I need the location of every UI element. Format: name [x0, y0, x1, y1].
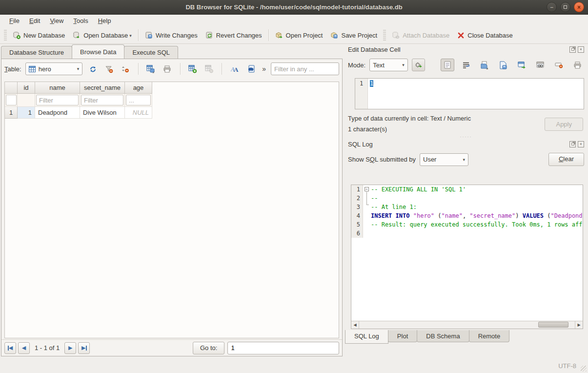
export-file-icon[interactable] [496, 59, 510, 71]
save-project-button[interactable]: Save Project [326, 29, 381, 41]
cell-editor[interactable]: 1 1 [355, 78, 584, 109]
log-line: 6 [351, 229, 583, 238]
title-bar: DB Browser for SQLite - /home/user/code/… [0, 0, 588, 15]
clear-log-button[interactable]: Clear [548, 153, 584, 166]
next-page-button[interactable]: ▶ [64, 342, 76, 354]
cell-id[interactable]: 1 [18, 107, 35, 119]
cell-age[interactable]: NULL [125, 107, 152, 119]
toolbar-separator [138, 63, 139, 75]
link-icon[interactable] [533, 59, 547, 71]
apply-format-button[interactable] [412, 59, 425, 71]
tab-database-structure[interactable]: Database Structure [1, 46, 72, 59]
right-dock: Edit Database Cell × Mode: Text ▾ 1 1 Ty [344, 44, 588, 358]
row-number[interactable]: 1 [5, 107, 18, 119]
corner-header[interactable] [5, 82, 18, 94]
print-button[interactable] [161, 62, 173, 75]
maximize-button[interactable] [560, 2, 570, 12]
menu-tools[interactable]: Tools [69, 16, 92, 26]
new-database-icon [13, 31, 20, 39]
column-header-name[interactable]: name [35, 82, 80, 94]
dock-splitter-handle[interactable]: ····· [344, 135, 588, 139]
menu-file[interactable]: File [5, 16, 24, 26]
menu-view[interactable]: View [45, 16, 68, 26]
print-cell-icon[interactable] [570, 59, 584, 71]
tab-execute-sql[interactable]: Execute SQL [124, 46, 178, 59]
column-header-secret-name[interactable]: secret_name [80, 82, 125, 94]
save-results-button[interactable] [145, 62, 157, 75]
close-database-label: Close Database [467, 32, 513, 39]
filter-input-age[interactable] [126, 95, 151, 105]
toolbar-drag-handle[interactable] [383, 30, 386, 41]
tab-remote[interactable]: Remote [469, 330, 510, 342]
scrollbar-track[interactable] [359, 321, 575, 329]
sql-log-view[interactable]: 1 − -- EXECUTING ALL IN 'SQL 1' 2 -- 3 -… [351, 185, 583, 329]
table-select[interactable]: hero ▾ [25, 62, 83, 75]
insert-record-button[interactable] [187, 62, 199, 75]
resize-grip[interactable] [581, 366, 587, 372]
data-grid: id name secret_name age 1 1 Deadpond Div… [4, 82, 339, 338]
tab-sql-log[interactable]: SQL Log [345, 330, 388, 344]
editor-content[interactable]: 1 [370, 80, 373, 87]
horizontal-scrollbar[interactable]: ◀ ▶ [351, 321, 583, 329]
filter-input-name[interactable] [36, 95, 79, 105]
find-button[interactable] [245, 62, 257, 75]
menu-help[interactable]: Help [94, 16, 116, 26]
toolbar-drag-handle[interactable] [4, 30, 7, 41]
attach-database-button: Attach Database [388, 29, 453, 41]
previous-page-button[interactable]: ◀ [18, 342, 30, 354]
revert-changes-button[interactable]: Revert Changes [202, 29, 266, 41]
open-database-dropdown-arrow[interactable]: ▾ [129, 33, 132, 39]
write-changes-icon [145, 31, 153, 39]
last-page-button[interactable]: ▶ [78, 342, 90, 354]
main-toolbar: New Database Open Database ▾ Write Chang… [0, 27, 588, 44]
import-file-icon[interactable] [478, 59, 491, 71]
open-database-button[interactable]: Open Database ▾ [69, 29, 136, 41]
column-header-id[interactable]: id [18, 82, 35, 94]
toolbar-overflow-chevron[interactable]: » [261, 65, 267, 73]
close-database-button[interactable]: Close Database [453, 29, 517, 41]
open-project-button[interactable]: Open Project [271, 29, 327, 41]
goto-button[interactable]: Go to: [193, 342, 224, 354]
scrollbar-thumb[interactable] [538, 322, 568, 328]
mode-select[interactable]: Text ▾ [369, 59, 408, 71]
encoding-indicator[interactable]: UTF-8 [558, 362, 576, 370]
first-page-button[interactable]: ◀ [4, 342, 16, 354]
refresh-button[interactable] [86, 62, 99, 75]
clear-filters-button[interactable] [103, 62, 115, 75]
close-panel-icon[interactable]: × [578, 141, 584, 147]
scroll-right-arrow[interactable]: ▶ [575, 321, 583, 329]
filter-any-input[interactable] [271, 62, 339, 75]
tab-plot[interactable]: Plot [388, 330, 417, 342]
open-external-icon[interactable] [515, 59, 528, 71]
dock-tab-bar: SQL Log Plot DB Schema Remote [345, 330, 509, 344]
filter-input-id[interactable] [6, 95, 17, 105]
tab-browse-data[interactable]: Browse Data [72, 44, 124, 59]
tab-db-schema[interactable]: DB Schema [417, 330, 469, 342]
cell-secret-name[interactable]: Dive Wilson [80, 107, 125, 119]
clear-sorting-button[interactable] [119, 62, 131, 75]
float-panel-icon[interactable] [569, 46, 576, 53]
float-panel-icon[interactable] [569, 141, 576, 147]
filter-cell [80, 94, 125, 107]
new-database-button[interactable]: New Database [9, 29, 69, 41]
set-null-icon[interactable] [552, 59, 566, 71]
sql-source-select[interactable]: User ▾ [420, 153, 468, 166]
menu-bar: File Edit View Tools Help [0, 15, 588, 27]
close-button[interactable]: × [574, 2, 584, 12]
open-database-label: Open Database [83, 32, 128, 39]
menu-edit[interactable]: Edit [25, 16, 44, 26]
scroll-left-arrow[interactable]: ◀ [351, 321, 359, 329]
fold-marker-icon[interactable]: − [365, 187, 369, 191]
goto-input[interactable] [227, 342, 339, 354]
toolbar-separator [222, 63, 222, 75]
font-button[interactable]: AA [228, 62, 241, 75]
editor-line-number: 1 [355, 79, 368, 109]
close-panel-icon[interactable]: × [578, 46, 584, 53]
filter-input-secret-name[interactable] [81, 95, 123, 105]
word-wrap-icon[interactable] [459, 59, 473, 71]
text-mode-icon[interactable] [441, 59, 454, 71]
column-header-age[interactable]: age [125, 82, 152, 94]
minimize-button[interactable]: − [547, 2, 557, 12]
cell-name[interactable]: Deadpond [35, 107, 80, 119]
write-changes-button[interactable]: Write Changes [141, 29, 202, 41]
